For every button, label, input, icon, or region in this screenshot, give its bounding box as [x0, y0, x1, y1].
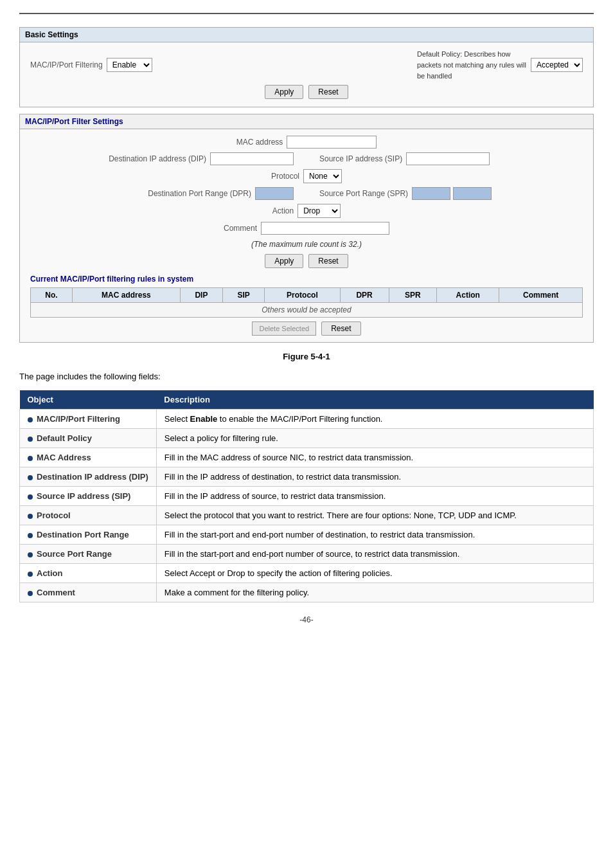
filter-settings-title: MAC/IP/Port Filter Settings: [20, 114, 593, 129]
sip-input[interactable]: [406, 152, 490, 165]
mac-address-label: MAC address: [236, 138, 283, 147]
max-rule-note: (The maximum rule count is 32.): [30, 240, 583, 249]
default-policy-text1: Default Policy: Describes how: [417, 50, 511, 58]
comment-input[interactable]: [261, 222, 389, 235]
mac-address-input[interactable]: [287, 136, 377, 149]
mac-ip-port-filtering-label: MAC/IP/Port Filtering: [30, 60, 103, 69]
desc-object-cell: MAC/IP/Port Filtering: [20, 410, 157, 429]
desc-description-cell: Fill in the start-port and end-port numb…: [156, 525, 593, 545]
accepted-select[interactable]: Accepted Dropped: [531, 58, 583, 72]
default-policy-text2: packets not matching any rules will: [417, 61, 526, 69]
sip-label: Source IP address (SIP): [319, 154, 402, 163]
col-dpr: DPR: [340, 288, 389, 303]
col-comment: Comment: [499, 288, 583, 303]
col-action: Action: [437, 288, 499, 303]
basic-apply-button[interactable]: Apply: [265, 85, 303, 99]
desc-description-cell: Fill in the start-port and end-port numb…: [156, 545, 593, 564]
desc-object-cell: Protocol: [20, 506, 157, 525]
col-spr: SPR: [389, 288, 437, 303]
col-protocol: Protocol: [265, 288, 341, 303]
dpr-label: Destination Port Range (DPR): [148, 189, 251, 198]
mac-ip-port-filtering-select[interactable]: Enable Disable: [107, 58, 152, 72]
spr-end-input[interactable]: [453, 187, 492, 200]
basic-reset-button[interactable]: Reset: [308, 85, 348, 99]
desc-object-cell: Default Policy: [20, 429, 157, 448]
description-table: Object Description MAC/IP/Port Filtering…: [19, 390, 594, 602]
page-description: The page includes the following fields:: [19, 372, 594, 381]
desc-description-cell: Select a policy for filtering rule.: [156, 429, 593, 448]
desc-object-cell: Destination IP address (DIP): [20, 467, 157, 487]
rules-table: No. MAC address DIP SIP Protocol DPR SPR…: [30, 287, 583, 318]
protocol-select[interactable]: None TCP UDP ICMP: [303, 169, 342, 183]
desc-description-cell: Fill in the IP address of destination, t…: [156, 467, 593, 487]
desc-description-cell: Select Accept or Drop to specify the act…: [156, 564, 593, 583]
desc-object-cell: Source IP address (SIP): [20, 487, 157, 506]
desc-description-cell: Fill in the MAC address of source NIC, t…: [156, 448, 593, 467]
others-row-text: Others would be accepted: [31, 303, 583, 318]
col-sip: SIP: [223, 288, 265, 303]
rules-reset-button[interactable]: Reset: [321, 321, 360, 336]
others-row: Others would be accepted: [31, 303, 583, 318]
col-mac: MAC address: [73, 288, 181, 303]
col-dip: DIP: [180, 288, 222, 303]
dip-label: Destination IP address (DIP): [109, 154, 206, 163]
top-divider: [19, 13, 594, 14]
action-select[interactable]: Drop Accept: [298, 204, 341, 218]
col-no: No.: [31, 288, 73, 303]
filter-settings-box: MAC/IP/Port Filter Settings MAC address …: [19, 114, 594, 343]
figure-caption: Figure 5-4-1: [19, 352, 594, 361]
delete-selected-button[interactable]: Delete Selected: [252, 321, 316, 336]
desc-object-cell: Comment: [20, 583, 157, 602]
desc-object-cell: MAC Address: [20, 448, 157, 467]
dip-input[interactable]: [210, 152, 294, 165]
page-number: -46-: [19, 615, 594, 624]
filter-reset-button[interactable]: Reset: [308, 254, 348, 268]
protocol-label: Protocol: [271, 172, 299, 181]
basic-settings-box: Basic Settings MAC/IP/Port Filtering Ena…: [19, 27, 594, 107]
dpr-start-input[interactable]: [255, 187, 294, 200]
desc-description-cell: Make a comment for the filtering policy.: [156, 583, 593, 602]
desc-header-description: Description: [156, 390, 593, 410]
filter-apply-button[interactable]: Apply: [265, 254, 303, 268]
desc-object-cell: Action: [20, 564, 157, 583]
spr-start-input[interactable]: [412, 187, 450, 200]
default-policy-text3: be handled: [417, 72, 452, 80]
action-label: Action: [272, 206, 294, 215]
desc-description-cell: Select the protocol that you want to res…: [156, 506, 593, 525]
basic-settings-header: Basic Settings: [20, 28, 593, 42]
desc-description-cell: Fill in the IP address of source, to res…: [156, 487, 593, 506]
spr-label: Source Port Range (SPR): [319, 189, 408, 198]
desc-description-cell: Select Enable to enable the MAC/IP/Port …: [156, 410, 593, 429]
desc-header-object: Object: [20, 390, 157, 410]
comment-label: Comment: [224, 224, 257, 233]
desc-object-cell: Destination Port Range: [20, 525, 157, 545]
desc-object-cell: Source Port Range: [20, 545, 157, 564]
current-rules-title: Current MAC/IP/Port filtering rules in s…: [30, 275, 583, 284]
